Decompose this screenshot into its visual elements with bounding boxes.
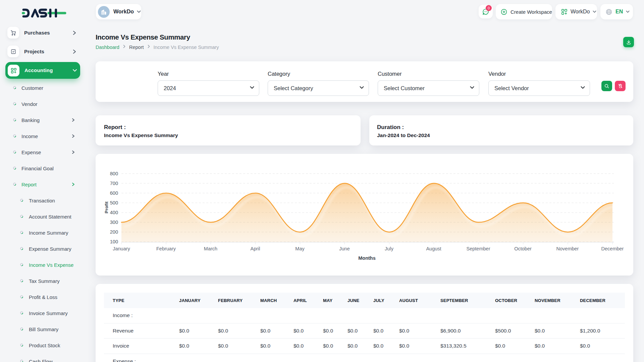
- svg-text:100: 100: [110, 239, 118, 244]
- svg-text:400: 400: [110, 210, 118, 215]
- svg-text:August: August: [426, 246, 441, 251]
- svg-text:May: May: [295, 246, 305, 251]
- svg-text:June: June: [339, 246, 350, 251]
- svg-text:September: September: [467, 246, 490, 251]
- svg-text:October: October: [514, 246, 532, 251]
- svg-text:December: December: [601, 246, 624, 251]
- svg-text:April: April: [250, 246, 260, 251]
- svg-text:Months: Months: [358, 255, 376, 261]
- svg-text:700: 700: [110, 181, 118, 186]
- svg-text:March: March: [204, 246, 217, 251]
- svg-text:500: 500: [110, 200, 118, 205]
- svg-text:July: July: [385, 246, 394, 251]
- svg-text:January: January: [113, 246, 130, 251]
- svg-text:November: November: [556, 246, 579, 251]
- svg-text:800: 800: [110, 171, 118, 176]
- svg-text:600: 600: [110, 190, 118, 196]
- svg-text:300: 300: [110, 220, 118, 225]
- svg-text:200: 200: [110, 229, 118, 235]
- svg-text:February: February: [156, 246, 176, 251]
- svg-text:Profit: Profit: [104, 201, 109, 214]
